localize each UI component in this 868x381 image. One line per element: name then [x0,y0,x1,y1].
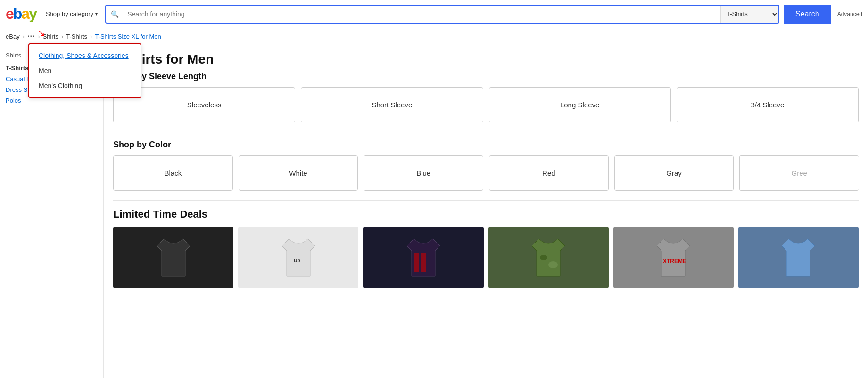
search-icon: 🔍 [111,10,119,18]
shop-by-category-label: Shop by category [46,10,93,17]
chevron-down-icon: ▾ [95,11,98,16]
deal-card-6[interactable] [738,227,859,288]
page-title: T-Shirts for Men [113,52,859,67]
color-card-green[interactable]: Gree [739,155,859,191]
breadcrumb-sep-4: › [90,33,92,40]
page-title-part2: for Men [166,52,214,66]
tshirt-icon-6 [779,234,817,281]
color-card-gray[interactable]: Gray [614,155,734,191]
logo-a: a [21,5,29,23]
sleeve-card-row: Sleeveless Short Sleeve Long Sleeve 3/4 … [113,87,859,122]
logo-y: y [29,5,36,23]
deals-row: UA XTREME [113,227,859,288]
deal-card-2[interactable]: UA [238,227,358,288]
tshirt-icon-3 [405,234,442,281]
header: ebay Shop by category ▾ 🔍 All Categories… [0,0,868,28]
search-input[interactable] [124,6,720,23]
logo-e: e [6,5,13,23]
tshirt-icon-4 [529,234,567,281]
dropdown-item-men[interactable]: Men [29,63,141,78]
svg-rect-1 [414,253,419,272]
svg-point-3 [540,255,547,260]
svg-text:XTREME: XTREME [663,258,686,265]
logo-b: b [13,5,22,23]
search-category-select[interactable]: All CategoriesT-ShirtsShirtsMen's Clothi… [720,6,778,23]
breadcrumb-current: T-Shirts Size XL for Men [95,33,161,40]
advanced-search-link[interactable]: Advanced [837,11,862,17]
search-icon-wrap: 🔍 [106,6,124,23]
svg-point-4 [548,261,558,268]
tshirt-icon-1 [155,234,192,281]
sleeve-card-3-4[interactable]: 3/4 Sleeve [677,87,859,122]
color-card-blue[interactable]: Blue [364,155,483,191]
sleeve-card-long[interactable]: Long Sleeve [489,87,671,122]
section-divider-1 [113,132,859,132]
search-bar: 🔍 All CategoriesT-ShirtsShirtsMen's Clot… [105,5,779,24]
deal-card-4[interactable] [488,227,609,288]
breadcrumb-dots[interactable]: ··· [27,32,35,41]
breadcrumb-dropdown: Clothing, Shoes & Accessories Men Men's … [28,43,141,98]
svg-text:UA: UA [294,258,300,263]
red-arrow-indicator: ↘ [38,27,46,39]
color-section-title: Shop by Color [113,140,859,150]
dropdown-item-mens-clothing[interactable]: Men's Clothing [29,78,141,93]
ebay-logo[interactable]: ebay [6,5,36,23]
breadcrumb-sep-3: › [61,33,63,40]
svg-rect-2 [421,253,426,272]
sleeve-section-title: Shop by Sleeve Length [113,72,859,81]
deal-card-1[interactable] [113,227,233,288]
tshirt-icon-5: XTREME [654,234,692,281]
breadcrumb-sep-1: › [23,33,25,40]
color-card-black[interactable]: Black [113,155,233,191]
main-content: T-Shirts for Men Shop by Sleeve Length S… [104,44,868,378]
breadcrumb: ↘ eBay › ··· › Shirts › T-Shirts › T-Shi… [0,28,868,44]
color-card-white[interactable]: White [239,155,358,191]
dropdown-item-clothing[interactable]: Clothing, Shoes & Accessories [29,48,141,63]
color-card-row: Black White Blue Red Gray Gree [113,155,859,191]
section-divider-2 [113,200,859,201]
breadcrumb-ebay[interactable]: eBay [6,33,20,40]
deal-card-3[interactable] [363,227,483,288]
deal-card-5[interactable]: XTREME [613,227,734,288]
shop-by-category-button[interactable]: Shop by category ▾ [43,8,100,19]
deals-title: Limited Time Deals [113,208,859,220]
sleeve-card-short[interactable]: Short Sleeve [301,87,483,122]
search-button[interactable]: Search [784,5,831,24]
color-card-red[interactable]: Red [489,155,609,191]
breadcrumb-tshirts[interactable]: T-Shirts [66,33,87,40]
tshirt-icon-2: UA [280,234,317,281]
